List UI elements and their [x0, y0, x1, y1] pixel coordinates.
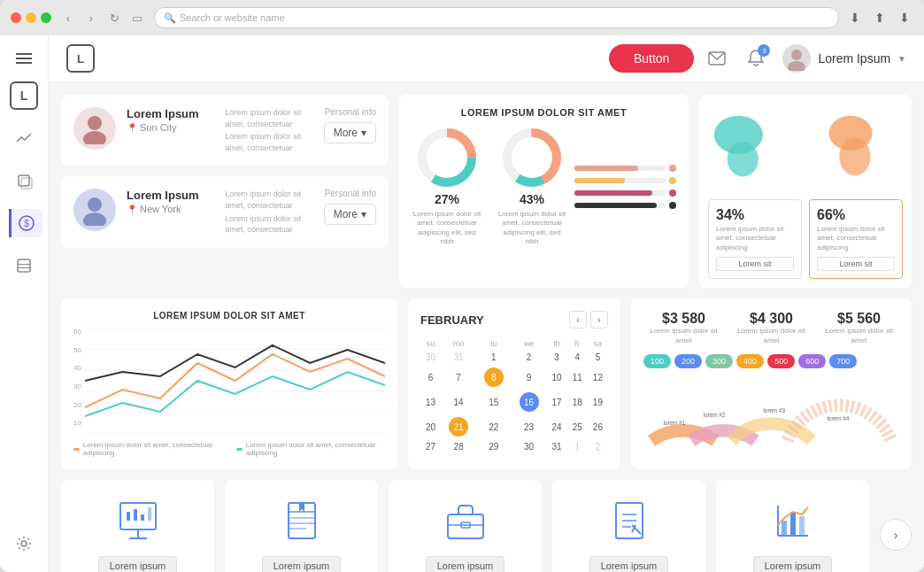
donut-desc-2: Lorem ipsum dolor sit amet, consectetuar… [497, 210, 567, 247]
icon-card-label-3[interactable]: Lorem ipsum [426, 556, 505, 572]
cal-th-su: su [420, 337, 441, 350]
sidebar-item-finance[interactable]: $ [9, 209, 42, 237]
cal-day[interactable]: 10 [547, 365, 567, 390]
tag-300[interactable]: 300 [705, 354, 733, 368]
forward-button[interactable]: › [81, 8, 101, 27]
cal-day[interactable]: 11 [567, 365, 588, 390]
profile-location-2: 📍 New York [127, 204, 204, 214]
y-label-60: 60 [73, 328, 81, 336]
calendar-next-button[interactable]: › [590, 311, 608, 329]
tag-700[interactable]: 700 [829, 354, 857, 368]
address-bar[interactable]: 🔍 Search or website name [154, 7, 839, 28]
tag-500[interactable]: 500 [767, 354, 795, 368]
calendar-prev-button[interactable]: ‹ [569, 311, 587, 329]
cal-day[interactable]: 2 [588, 439, 608, 454]
cal-day[interactable]: 19 [588, 390, 608, 414]
icon-card-label-5[interactable]: Lorem ipsum [753, 556, 833, 572]
more-button-1[interactable]: More ▾ [324, 122, 376, 143]
mail-icon[interactable] [705, 46, 729, 71]
cal-day[interactable]: 4 [567, 350, 588, 365]
sidebar-item-settings[interactable] [10, 529, 38, 558]
cal-day[interactable]: 31 [441, 350, 476, 365]
cal-day[interactable]: 12 [588, 365, 608, 390]
lorem-sit-btn-2[interactable]: Lorem sit [817, 257, 895, 271]
cal-today-8[interactable]: 8 [484, 367, 504, 387]
profile-name-2: Lorem Ipsum [127, 189, 204, 202]
more-actions-icon[interactable]: ⬇ [896, 9, 913, 27]
dot-red[interactable] [11, 12, 21, 23]
cal-day[interactable]: 23 [512, 414, 547, 439]
cal-day[interactable]: 27 [420, 439, 441, 454]
notification-icon[interactable]: 3 [743, 46, 768, 71]
calendar-nav: ‹ › [569, 311, 608, 329]
donut-card: LOREM IPSUM DOLOR SIT AMET 27% [399, 95, 689, 288]
sidebar-logo[interactable]: L [10, 81, 38, 110]
tab-button[interactable]: ▭ [127, 8, 147, 27]
icon-card-2: Lorem ipsum [225, 480, 378, 572]
lorem-sit-btn-1[interactable]: Lorem sit [716, 257, 794, 271]
dot-yellow[interactable] [26, 12, 36, 23]
svg-point-12 [83, 131, 106, 144]
cal-day[interactable]: 9 [512, 365, 547, 390]
svg-text:lorem #3: lorem #3 [763, 407, 785, 414]
cal-day[interactable]: 6 [420, 365, 441, 390]
sidebar-item-layers[interactable] [10, 251, 38, 280]
sidebar-item-3d[interactable] [10, 166, 38, 195]
cal-day[interactable]: 25 [567, 414, 588, 439]
cal-day[interactable]: 21 [441, 414, 476, 439]
profile-card-2: Lorem Ipsum 📍 New York Lorem ipsum dolor… [61, 176, 389, 247]
header-button[interactable]: Button [609, 44, 694, 73]
cal-day[interactable]: 13 [420, 390, 441, 414]
cal-day[interactable]: 16 [512, 390, 547, 414]
icon-card-label-1[interactable]: Lorem ipsum [98, 556, 178, 572]
cal-day[interactable]: 7 [441, 365, 476, 390]
cal-day[interactable]: 28 [441, 439, 476, 454]
tag-600[interactable]: 600 [798, 354, 826, 368]
browser-dots [11, 12, 51, 23]
cal-day[interactable]: 31 [547, 439, 567, 454]
cal-day[interactable]: 30 [512, 439, 547, 454]
cal-day[interactable]: 20 [420, 414, 441, 439]
tag-100[interactable]: 100 [643, 354, 671, 368]
svg-rect-58 [799, 516, 805, 536]
cal-day[interactable]: 15 [476, 390, 512, 414]
svg-text:lorem #1: lorem #1 [664, 420, 686, 426]
download-icon[interactable]: ⬇ [846, 9, 864, 27]
cal-day[interactable]: 1 [567, 439, 588, 454]
cal-day[interactable]: 24 [547, 414, 567, 439]
next-button[interactable]: › [880, 519, 912, 551]
cal-day[interactable]: 22 [476, 414, 512, 439]
more-button-2[interactable]: More ▾ [324, 204, 376, 225]
share-icon[interactable]: ⬆ [871, 9, 889, 27]
legend-item-1: Lorem ipsum dolor sit amet, consectetuar… [73, 441, 222, 457]
cal-day[interactable]: 26 [588, 414, 608, 439]
icon-card-label-2[interactable]: Lorem ipsum [262, 556, 342, 572]
svg-rect-56 [782, 521, 787, 536]
sidebar-item-analytics[interactable] [10, 124, 38, 152]
cal-day[interactable]: 8 [476, 365, 512, 390]
dot-green[interactable] [41, 12, 51, 23]
icon-card-label-4[interactable]: Lorem ipsum [589, 556, 669, 572]
header-dropdown-icon: ▼ [897, 54, 906, 64]
cal-week-3: 13 14 15 16 17 18 19 [420, 390, 608, 414]
tag-400[interactable]: 400 [736, 354, 764, 368]
cal-day[interactable]: 5 [588, 350, 608, 365]
hamburger-menu[interactable] [12, 50, 35, 67]
stat-label-3: Lorem ipsum dolor sit amet [819, 327, 899, 345]
sidebar: L $ [0, 35, 49, 572]
cal-day[interactable]: 18 [567, 390, 588, 414]
cal-highlighted-16[interactable]: 16 [520, 392, 539, 412]
cal-day[interactable]: 3 [547, 350, 567, 365]
header-user[interactable]: Lorem Ipsum ▼ [782, 44, 906, 73]
y-label-20: 20 [73, 401, 81, 409]
refresh-button[interactable]: ↻ [104, 8, 124, 27]
cal-day[interactable]: 30 [420, 350, 441, 365]
cal-day[interactable]: 1 [476, 350, 512, 365]
cal-day[interactable]: 29 [476, 439, 512, 454]
cal-day[interactable]: 14 [441, 390, 476, 414]
tag-200[interactable]: 200 [674, 354, 702, 368]
cal-day[interactable]: 17 [547, 390, 567, 414]
back-button[interactable]: ‹ [58, 8, 78, 27]
cal-today-21[interactable]: 21 [449, 417, 468, 437]
cal-day[interactable]: 2 [512, 350, 547, 365]
